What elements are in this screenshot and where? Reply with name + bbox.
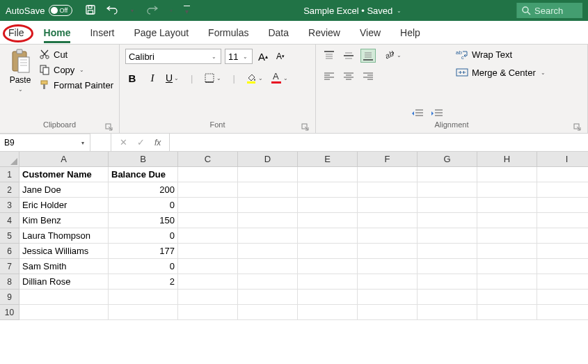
cell[interactable]: Sam Smith [19,259,109,274]
autosave-toggle[interactable]: AutoSave Off [6,5,72,16]
cell[interactable] [477,213,537,228]
decrease-indent-button[interactable] [410,106,425,120]
paste-dropdown-icon[interactable]: ⌄ [17,86,24,93]
redo-dropdown-icon[interactable]: ▾ [168,8,174,14]
tab-insert[interactable]: Insert [90,23,114,42]
cell[interactable]: 2 [109,274,178,290]
cell[interactable] [298,167,358,182]
cell[interactable]: Kim Benz [19,213,109,228]
cell[interactable]: Jane Doe [19,182,109,198]
cell[interactable]: Eric Holder [19,198,109,213]
copy-button[interactable]: Copy ⌄ [39,64,113,75]
dialog-launcher-icon[interactable] [301,123,310,132]
cell[interactable]: 0 [109,228,178,244]
cell[interactable] [358,274,418,290]
name-box[interactable]: B9 ▾ [0,134,90,151]
cell[interactable] [418,244,477,259]
row-header[interactable]: 5 [0,228,19,244]
cell[interactable] [477,259,537,274]
cell[interactable]: 0 [109,198,178,213]
bold-button[interactable]: B [125,71,139,85]
cell[interactable]: Dillian Rose [19,274,109,290]
undo-dropdown-icon[interactable]: ▾ [129,8,135,14]
cell[interactable] [358,228,418,244]
col-header[interactable]: H [477,152,537,167]
cell[interactable]: Customer Name [19,167,109,182]
row-header[interactable]: 8 [0,274,19,290]
cell[interactable] [537,182,588,198]
font-color-button[interactable]: A ⌄ [271,72,289,84]
cell[interactable] [418,213,477,228]
cell[interactable] [19,305,109,320]
cell[interactable] [109,305,178,320]
cell[interactable] [298,274,358,290]
select-all-corner[interactable] [0,152,19,167]
cell[interactable] [298,244,358,259]
fill-color-button[interactable]: ⌄ [246,72,264,84]
font-size-combo[interactable]: 11 ⌄ [225,49,253,64]
cell[interactable] [358,198,418,213]
cell[interactable]: Jessica Williams [19,244,109,259]
row-header[interactable]: 4 [0,213,19,228]
cell[interactable] [477,305,537,320]
cell[interactable]: 150 [109,213,178,228]
cell[interactable] [178,228,238,244]
cell[interactable] [298,213,358,228]
cell[interactable] [298,290,358,305]
cell[interactable] [238,305,298,320]
wrap-text-button[interactable]: abc Wrap Text [456,49,547,60]
align-right-button[interactable] [360,70,376,84]
enter-icon[interactable]: ✓ [137,137,145,148]
cell[interactable] [358,259,418,274]
cell[interactable] [418,167,477,182]
tab-review[interactable]: Review [308,23,340,42]
col-header[interactable]: G [418,152,477,167]
chevron-down-icon[interactable]: ⌄ [539,70,547,76]
cell[interactable] [238,244,298,259]
cell[interactable] [418,305,477,320]
cell[interactable] [238,290,298,305]
cell[interactable] [298,228,358,244]
italic-button[interactable]: I [145,71,159,85]
row-header[interactable]: 7 [0,259,19,274]
font-name-combo[interactable]: Calibri ⌄ [125,49,221,64]
cell[interactable] [358,305,418,320]
cell[interactable] [178,182,238,198]
tab-formulas[interactable]: Formulas [208,23,248,42]
cell[interactable] [178,198,238,213]
cell[interactable] [358,213,418,228]
cell[interactable] [418,274,477,290]
cell[interactable]: 177 [109,244,178,259]
chevron-down-icon[interactable]: ▾ [80,140,86,146]
cell[interactable] [358,290,418,305]
cell[interactable] [418,259,477,274]
cell[interactable] [238,198,298,213]
formula-input[interactable] [170,134,588,151]
tab-file[interactable]: File [8,23,24,42]
orientation-button[interactable]: ab ⌄ [383,49,403,61]
col-header[interactable]: C [178,152,238,167]
cell[interactable] [178,290,238,305]
cell[interactable] [238,167,298,182]
cell[interactable] [477,167,537,182]
cell[interactable] [418,182,477,198]
row-header[interactable]: 3 [0,198,19,213]
spreadsheet-grid[interactable]: A B C D E F G H I 1 Customer Name Balanc… [0,152,588,320]
cell[interactable]: 200 [109,182,178,198]
cell[interactable] [537,213,588,228]
align-left-button[interactable] [321,70,337,84]
cell[interactable] [238,213,298,228]
cell[interactable] [298,259,358,274]
chevron-down-icon[interactable]: ⌄ [215,75,223,81]
chevron-down-icon[interactable]: ⌄ [173,75,180,81]
search-box[interactable]: Search [516,3,582,18]
cell[interactable] [178,259,238,274]
row-header[interactable]: 2 [0,182,19,198]
dialog-launcher-icon[interactable] [105,123,113,132]
tab-view[interactable]: View [360,23,381,42]
col-header[interactable]: D [238,152,298,167]
row-header[interactable]: 1 [0,167,19,182]
cell[interactable] [477,274,537,290]
align-middle-button[interactable] [341,49,356,63]
tab-home[interactable]: Home [44,23,71,42]
